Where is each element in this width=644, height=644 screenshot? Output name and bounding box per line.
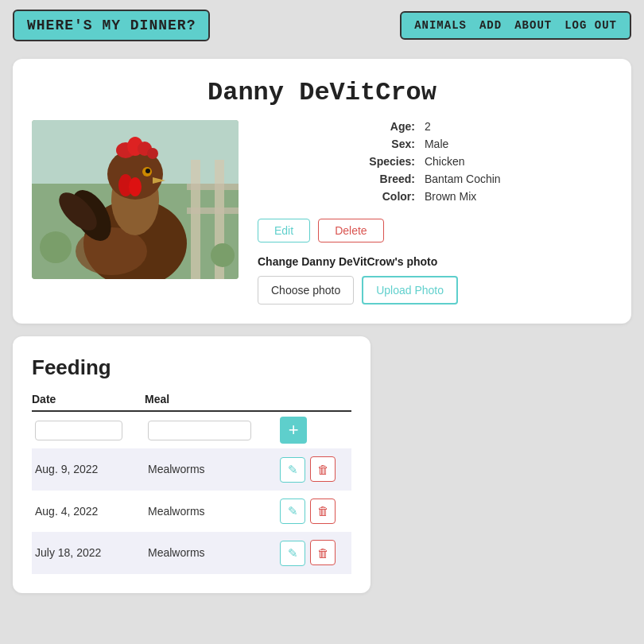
feeding-edit-button[interactable]: ✎: [280, 499, 305, 524]
breed-value: Bantam Cochin: [425, 173, 612, 185]
feeding-date: Aug. 9, 2022: [32, 448, 145, 491]
site-header: Where's My Dinner? Animals Add About Log…: [0, 0, 644, 51]
main-content: Danny DeVitCrow: [0, 51, 644, 601]
sex-value: Male: [425, 138, 612, 150]
species-value: Chicken: [425, 155, 612, 168]
feeding-date: Aug. 4, 2022: [32, 491, 145, 533]
species-label: Species:: [258, 155, 415, 168]
feeding-meal: Mealworms: [145, 491, 277, 533]
feeding-delete-button[interactable]: 🗑: [310, 456, 336, 482]
meal-input[interactable]: [148, 421, 251, 440]
feeding-row-actions: ✎🗑: [277, 448, 351, 491]
delete-button[interactable]: Delete: [318, 219, 383, 242]
feeding-date: July 18, 2022: [32, 532, 145, 574]
svg-point-8: [211, 243, 235, 267]
color-label: Color:: [258, 190, 415, 203]
feeding-delete-button[interactable]: 🗑: [310, 540, 336, 565]
main-nav: Animals Add About Log out: [400, 11, 631, 40]
feeding-row: Aug. 9, 2022Mealworms✎🗑: [32, 448, 351, 491]
feeding-edit-button[interactable]: ✎: [280, 541, 305, 566]
feeding-row: Aug. 4, 2022Mealworms✎🗑: [32, 491, 351, 533]
date-input[interactable]: [35, 421, 122, 440]
svg-point-21: [145, 169, 150, 173]
animal-card-inner: Age: 2 Sex: Male Species: Chicken Breed:…: [32, 120, 612, 305]
feeding-table: Date Meal + Aug. 9, 2022Mealworms✎🗑Aug. …: [32, 393, 351, 574]
feeding-row-actions: ✎🗑: [277, 491, 351, 533]
svg-point-7: [40, 231, 72, 263]
svg-rect-3: [191, 160, 200, 279]
animal-details: Age: 2 Sex: Male Species: Chicken Breed:…: [258, 120, 612, 203]
photo-buttons: Choose photo Upload Photo: [258, 276, 612, 305]
age-label: Age:: [258, 120, 415, 133]
feeding-row: July 18, 2022Mealworms✎🗑: [32, 532, 351, 574]
animal-name: Danny DeVitCrow: [32, 78, 612, 107]
age-value: 2: [425, 120, 612, 133]
svg-point-18: [129, 177, 142, 196]
change-photo-label: Change Danny DeVitCrow's photo: [258, 255, 612, 268]
animal-info: Age: 2 Sex: Male Species: Chicken Breed:…: [258, 120, 612, 305]
nav-logout[interactable]: Log out: [564, 19, 617, 32]
feeding-card: Feeding Date Meal + Aug. 9,: [13, 336, 370, 593]
breed-label: Breed:: [258, 173, 415, 185]
nav-about[interactable]: About: [514, 19, 552, 32]
upload-photo-button[interactable]: Upload Photo: [362, 276, 458, 305]
svg-rect-5: [187, 184, 239, 190]
animal-photo: [32, 120, 239, 279]
nav-add[interactable]: Add: [479, 19, 502, 32]
feeding-meal: Mealworms: [145, 448, 277, 491]
feeding-add-row: +: [32, 411, 351, 448]
col-date: Date: [32, 393, 145, 411]
svg-rect-6: [187, 208, 239, 214]
feeding-edit-button[interactable]: ✎: [280, 457, 305, 483]
animal-card: Danny DeVitCrow: [13, 59, 631, 324]
feeding-row-actions: ✎🗑: [277, 532, 351, 574]
color-value: Brown Mix: [425, 190, 612, 203]
site-logo[interactable]: Where's My Dinner?: [13, 10, 210, 41]
feeding-delete-button[interactable]: 🗑: [310, 499, 336, 524]
add-feeding-button[interactable]: +: [280, 417, 307, 444]
col-meal: Meal: [145, 393, 277, 411]
svg-point-16: [147, 148, 158, 159]
choose-photo-button[interactable]: Choose photo: [258, 276, 354, 305]
sex-label: Sex:: [258, 138, 415, 150]
action-buttons: Edit Delete: [258, 219, 612, 242]
feeding-meal: Mealworms: [145, 532, 277, 574]
edit-button[interactable]: Edit: [258, 219, 310, 242]
feeding-title: Feeding: [32, 355, 351, 380]
nav-animals[interactable]: Animals: [414, 19, 467, 32]
